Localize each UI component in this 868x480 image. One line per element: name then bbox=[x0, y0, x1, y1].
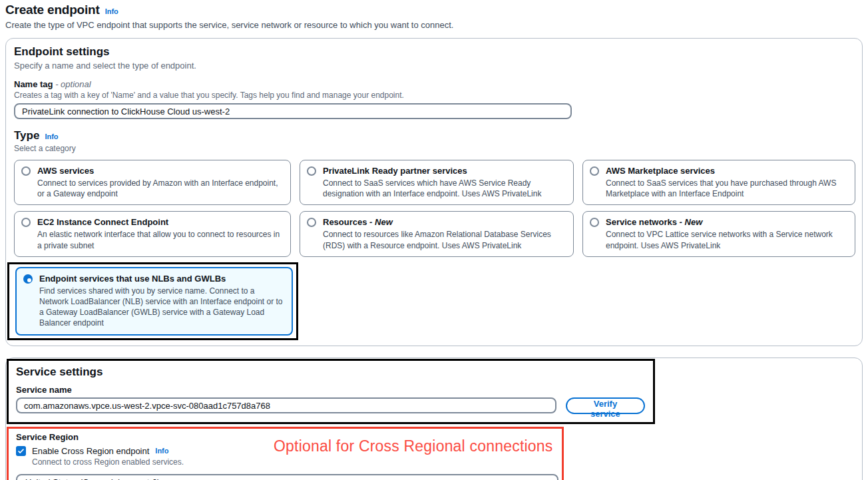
option-description: An elastic network interface that allow … bbox=[37, 229, 282, 250]
cross-region-checkbox[interactable] bbox=[16, 446, 26, 456]
cross-region-info-link[interactable]: Info bbox=[155, 447, 168, 455]
service-region-select[interactable]: United States (Oregon) (us-west-2) ▼ bbox=[16, 474, 558, 480]
cross-region-annotation-text: Optional for Cross Regional connections bbox=[274, 437, 552, 455]
name-tag-input[interactable] bbox=[14, 103, 572, 119]
option-title: AWS services bbox=[37, 166, 282, 176]
type-option-privatelink-partner[interactable]: PrivateLink Ready partner services Conne… bbox=[300, 160, 574, 205]
service-settings-card: Service settings Service name Verify ser… bbox=[5, 358, 863, 480]
service-name-label: Service name bbox=[16, 385, 645, 395]
type-option-aws-services[interactable]: AWS services Connect to services provide… bbox=[14, 160, 291, 205]
endpoint-settings-card: Endpoint settings Specify a name and sel… bbox=[5, 38, 863, 346]
service-region-select-value: United States (Oregon) (us-west-2) bbox=[25, 477, 160, 480]
radio-icon[interactable] bbox=[590, 218, 599, 227]
service-name-input[interactable] bbox=[16, 397, 556, 413]
option-title: Endpoint services that use NLBs and GWLB… bbox=[39, 274, 284, 284]
service-settings-heading: Service settings bbox=[16, 365, 645, 379]
option-title: AWS Marketplace services bbox=[606, 166, 847, 176]
endpoint-settings-heading: Endpoint settings bbox=[14, 45, 854, 59]
cross-region-help: Connect to cross Region enabled services… bbox=[32, 457, 554, 467]
option-title: PrivateLink Ready partner services bbox=[323, 166, 565, 176]
service-settings-annotation-box: Service settings Service name Verify ser… bbox=[7, 359, 655, 424]
option-new-badge: - New bbox=[680, 217, 703, 227]
type-heading-row: Type Info bbox=[14, 129, 854, 142]
service-region-annotation-box: Service Region Enable Cross Region endpo… bbox=[7, 427, 564, 480]
option-description: Connect to resources like Amazon Relatio… bbox=[323, 229, 565, 250]
radio-icon[interactable] bbox=[307, 166, 316, 176]
cross-region-checkbox-label[interactable]: Enable Cross Region endpoint bbox=[32, 446, 149, 456]
selected-option-annotation-box: Endpoint services that use NLBs and GWLB… bbox=[7, 262, 298, 340]
create-endpoint-page: Create endpoint Info Create the type of … bbox=[0, 0, 868, 480]
radio-icon[interactable] bbox=[21, 166, 31, 176]
endpoint-settings-description: Specify a name and select the type of en… bbox=[14, 61, 854, 71]
option-description: Connect to SaaS services that you have p… bbox=[606, 178, 847, 199]
type-option-endpoint-services-nlb-gwlb[interactable]: Endpoint services that use NLBs and GWLB… bbox=[15, 267, 293, 336]
page-header: Create endpoint Info bbox=[5, 1, 863, 17]
type-description: Select a category bbox=[14, 144, 854, 153]
type-heading: Type bbox=[14, 129, 39, 142]
option-title: EC2 Instance Connect Endpoint bbox=[37, 217, 282, 227]
page-info-link[interactable]: Info bbox=[105, 7, 118, 15]
name-tag-label: Name tag bbox=[14, 79, 53, 89]
option-description: Find services shared with you by service… bbox=[39, 286, 284, 329]
type-option-ec2-instance-connect[interactable]: EC2 Instance Connect Endpoint An elastic… bbox=[14, 211, 291, 256]
name-tag-optional: - optional bbox=[53, 79, 91, 89]
radio-icon[interactable] bbox=[590, 166, 599, 176]
radio-selected-icon[interactable] bbox=[23, 274, 33, 284]
type-info-link[interactable]: Info bbox=[45, 132, 58, 140]
check-icon bbox=[17, 447, 25, 455]
verify-service-button[interactable]: Verify service bbox=[566, 397, 645, 414]
option-title: Service networks - New bbox=[606, 217, 847, 227]
name-tag-help: Creates a tag with a key of 'Name' and a… bbox=[14, 91, 854, 100]
page-subtitle: Create the type of VPC endpoint that sup… bbox=[5, 20, 863, 30]
radio-icon[interactable] bbox=[21, 218, 31, 227]
option-new-badge: - New bbox=[369, 217, 393, 227]
type-option-service-networks[interactable]: Service networks - New Connect to VPC La… bbox=[582, 211, 855, 256]
page-title: Create endpoint bbox=[5, 3, 100, 17]
option-title: Resources - New bbox=[323, 217, 565, 227]
option-description: Connect to services provided by Amazon w… bbox=[37, 178, 282, 199]
type-option-resources[interactable]: Resources - New Connect to resources lik… bbox=[300, 211, 574, 256]
type-option-marketplace[interactable]: AWS Marketplace services Connect to SaaS… bbox=[582, 160, 855, 205]
option-description: Connect to SaaS services which have AWS … bbox=[323, 178, 565, 199]
option-description: Connect to VPC Lattice service networks … bbox=[606, 229, 847, 250]
name-tag-field: Name tag - optional Creates a tag with a… bbox=[14, 79, 854, 119]
type-options-grid: AWS services Connect to services provide… bbox=[14, 160, 854, 257]
service-name-row: Verify service bbox=[16, 395, 645, 414]
radio-icon[interactable] bbox=[307, 218, 316, 227]
